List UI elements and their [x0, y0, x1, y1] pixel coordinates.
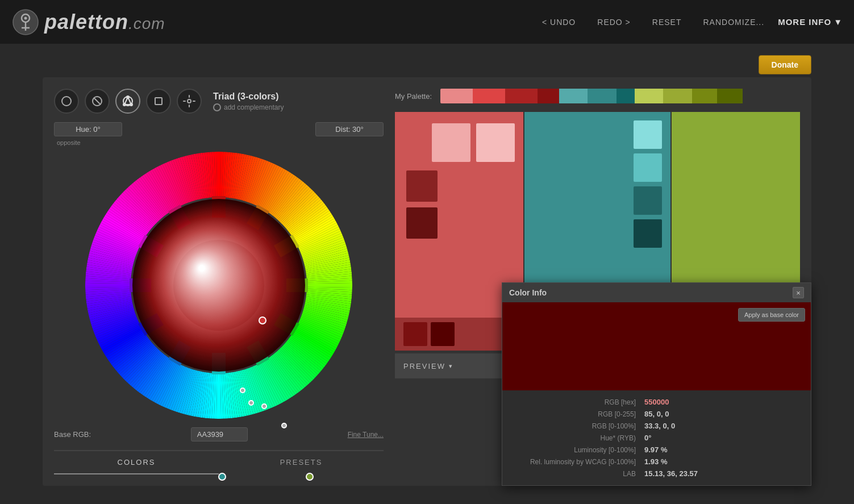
svg-point-16 — [188, 99, 191, 103]
left-panel: Triad (3-colors) add complementary oppos… — [54, 89, 384, 474]
rgb-hex-row: RGB [hex] 550000 — [511, 396, 802, 408]
lum-label: Luminosity [0-100%] — [511, 446, 636, 454]
wheel-container[interactable] — [82, 149, 355, 422]
palette-seg-4 — [538, 89, 559, 103]
svg-rect-15 — [155, 98, 162, 105]
palette-seg-3 — [505, 89, 538, 103]
mode-title: Triad (3-colors) — [213, 91, 284, 102]
reset-button[interactable]: RESET — [644, 13, 690, 31]
lum-value: 9.97 % — [636, 445, 802, 454]
logo-text: paletton.com — [44, 10, 165, 34]
red-darkest-1[interactable] — [403, 322, 427, 346]
logo-icon — [11, 8, 40, 36]
green-dot[interactable] — [306, 473, 314, 481]
rgb-hex-value: 550000 — [636, 398, 802, 406]
color-dot-2[interactable] — [240, 388, 245, 393]
base-rgb-input[interactable] — [191, 427, 248, 441]
opposite-label: opposite — [54, 139, 384, 146]
tab-presets[interactable]: PRESETS — [219, 451, 384, 474]
mode-tetrad-button[interactable] — [146, 89, 171, 114]
color-dot-3[interactable] — [248, 400, 254, 406]
palette-seg-1 — [440, 89, 473, 103]
rgb-100-value: 33.3, 0, 0 — [636, 422, 802, 430]
palette-seg-10 — [692, 89, 717, 103]
palette-seg-5 — [559, 89, 588, 103]
undo-button[interactable]: < UNDO — [534, 13, 584, 31]
color-info-header: Color Info × — [502, 283, 811, 302]
hue-row: Hue* (RYB) 0° — [511, 432, 802, 444]
mode-contrast-button[interactable] — [85, 89, 110, 114]
color-wheel-canvas[interactable] — [82, 149, 355, 422]
logo-area: paletton.com — [11, 8, 165, 36]
red-darkest-2[interactable] — [431, 322, 455, 346]
app-container: Triad (3-colors) add complementary oppos… — [43, 77, 811, 486]
svg-point-2 — [24, 16, 27, 19]
teal-swatch-1[interactable] — [634, 120, 662, 149]
preview-arrow-icon: ▾ — [449, 363, 452, 370]
randomize-button[interactable]: RANDOMIZE... — [695, 13, 772, 31]
lum-row: Luminosity [0-100%] 9.97 % — [511, 444, 802, 456]
color-dot-5[interactable] — [281, 423, 287, 428]
mode-settings-button[interactable] — [177, 89, 202, 114]
svg-line-7 — [94, 98, 101, 105]
palette-seg-7 — [616, 89, 635, 103]
color-info-data: RGB [hex] 550000 RGB [0-255] 85, 0, 0 RG… — [502, 390, 811, 485]
my-palette-row: My Palette: — [395, 89, 800, 103]
red-light-swatches — [395, 112, 523, 168]
tabs-row: COLORS PRESETS — [54, 450, 384, 474]
more-info-button[interactable]: MORE INFO ▼ — [778, 17, 843, 27]
add-comp-circle-icon — [213, 103, 221, 111]
base-rgb-row: Base RGB: Fine Tune... — [54, 427, 384, 441]
color-swatch-preview: Apply as base color — [502, 302, 811, 390]
palette-seg-2 — [473, 89, 505, 103]
palette-seg-11 — [717, 89, 742, 103]
preview-label: PREVIEW — [403, 362, 445, 370]
hue-ryb-value: 0° — [636, 434, 802, 442]
rgb-hex-label: RGB [hex] — [511, 398, 636, 406]
palette-preview — [440, 89, 800, 103]
hue-input[interactable] — [54, 122, 122, 136]
svg-point-5 — [62, 97, 71, 106]
red-swatch-light-2[interactable] — [476, 123, 515, 162]
donate-button[interactable]: Donate — [759, 55, 811, 74]
rel-lum-label: Rel. luminosity by WCAG [0-100%] — [511, 458, 636, 466]
color-dot-4[interactable] — [261, 403, 267, 409]
red-dark-swatch-1[interactable] — [406, 170, 438, 202]
lab-row: LAB 15.13, 36, 23.57 — [511, 468, 802, 480]
rgb-255-value: 85, 0, 0 — [636, 410, 802, 418]
teal-swatch-4[interactable] — [634, 219, 662, 248]
add-complementary-area: add complementary — [213, 103, 284, 111]
red-dark-swatch-2[interactable] — [406, 207, 438, 239]
dist-input[interactable] — [315, 122, 384, 136]
rgb-255-row: RGB [0-255] 85, 0, 0 — [511, 408, 802, 420]
rel-lum-row: Rel. luminosity by WCAG [0-100%] 1.93 % — [511, 456, 802, 468]
rgb-255-label: RGB [0-255] — [511, 410, 636, 418]
fine-tune-button[interactable]: Fine Tune... — [348, 431, 384, 439]
palette-seg-8 — [635, 89, 664, 103]
color-info-close-button[interactable]: × — [793, 287, 804, 298]
redo-button[interactable]: REDO > — [589, 13, 639, 31]
mode-mono-button[interactable] — [54, 89, 79, 114]
palette-seg-6 — [588, 89, 616, 103]
color-info-panel: Color Info × Apply as base color RGB [he… — [502, 282, 811, 486]
rgb-100-label: RGB [0-100%] — [511, 422, 636, 430]
red-swatch-light-1[interactable] — [432, 123, 470, 162]
apply-base-color-button[interactable]: Apply as base color — [738, 308, 805, 322]
teal-swatch-2[interactable] — [634, 153, 662, 182]
teal-dot[interactable] — [218, 473, 226, 481]
add-comp-label: add complementary — [224, 103, 284, 111]
palette-seg-9 — [663, 89, 692, 103]
mode-triad-button[interactable] — [115, 89, 140, 114]
hue-ryb-label: Hue* (RYB) — [511, 434, 636, 442]
nav-buttons: < UNDO REDO > RESET RANDOMIZE... MORE IN… — [534, 13, 843, 31]
teal-swatch-3[interactable] — [634, 186, 662, 215]
rgb-100-row: RGB [0-100%] 33.3, 0, 0 — [511, 420, 802, 432]
more-info-arrow-icon: ▼ — [834, 17, 843, 27]
base-rgb-label: Base RGB: — [54, 430, 91, 439]
mode-selectors: Triad (3-colors) add complementary — [54, 89, 384, 114]
tab-colors[interactable]: COLORS — [54, 451, 219, 474]
main-color-dot[interactable] — [259, 316, 266, 324]
my-palette-label: My Palette: — [395, 92, 432, 101]
donate-row: Donate — [43, 49, 811, 77]
rel-lum-value: 1.93 % — [636, 457, 802, 466]
